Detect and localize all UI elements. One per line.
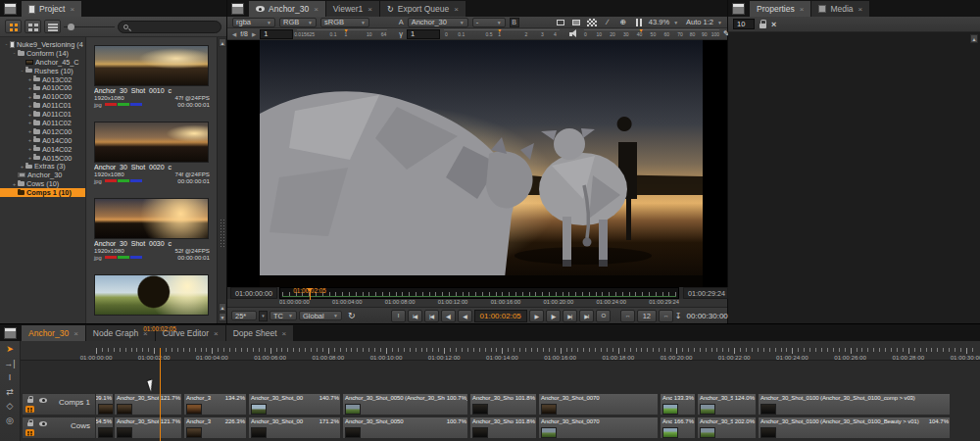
timeline-clip[interactable]: Anchor_30_Shot_00140.7% [248, 393, 341, 416]
tree-expander-icon[interactable]: - [11, 50, 18, 56]
tree-item-a011c01[interactable]: +A011C01 [0, 110, 85, 119]
close-tab-icon[interactable]: × [70, 5, 74, 14]
bin-scrollbar[interactable]: ▲ ▲ ▼ [217, 37, 226, 323]
track-header-cows[interactable]: Cows [22, 416, 96, 439]
tree-item-rushes-10[interactable]: -Rushes (10) [0, 67, 85, 75]
track-header-comps-1[interactable]: Comps 1 [22, 393, 96, 416]
gain-input[interactable]: 1 [260, 29, 293, 39]
razor-tool[interactable]: ◇ [7, 401, 14, 411]
close-tab-icon[interactable]: × [800, 5, 805, 14]
timeline-clip[interactable]: Anchor_166.7% [660, 416, 696, 439]
tree-item-extras-3[interactable]: +Extras (3) [0, 162, 85, 171]
search-input[interactable] [131, 23, 216, 31]
fstop-prev-button[interactable]: ◀ [232, 31, 236, 37]
bin-item[interactable]: Anchor_30_Shot_0030_c1920x108052f @24FPS… [94, 198, 210, 261]
close-tab-icon[interactable]: × [282, 329, 287, 338]
pause-button[interactable] [633, 18, 645, 27]
display-select[interactable]: RGB▼ [279, 18, 317, 27]
close-tab-icon[interactable]: × [454, 5, 459, 14]
clear-all-icon[interactable]: × [771, 20, 776, 29]
timeline-clip[interactable]: Anchor_133.3% [660, 393, 696, 416]
bin-item[interactable]: Anchor_30_Shot_0010_c1920x108047f @24FPS… [94, 45, 210, 108]
close-tab-icon[interactable]: × [368, 5, 372, 14]
gain-slider[interactable]: 0.0156250.111064▾ [297, 28, 387, 39]
tree-expander-icon[interactable]: + [26, 155, 33, 161]
input-a-select[interactable]: Anchor_30▼ [408, 18, 468, 27]
join-tool[interactable]: ◎ [6, 416, 14, 425]
scroll-up-icon[interactable]: ▲ [219, 38, 226, 47]
out-timecode[interactable]: 01:00:29:24 [683, 287, 728, 299]
tree-expander-icon[interactable]: - [19, 68, 25, 74]
tree-item-a010c00[interactable]: +A010C00 [0, 92, 85, 101]
track-lock-icon[interactable] [27, 422, 33, 426]
timeline-clip[interactable]: Anchor_30_Shot_0100 (Anchor_30_Shot_0100… [758, 416, 951, 439]
viewer-scrub-bar[interactable]: 01:00:02:05 [279, 287, 679, 299]
tab-export-queue[interactable]: ↻Export Queue× [380, 1, 466, 17]
export-flag-icon[interactable]: ↧ [675, 312, 682, 320]
timeline-clip[interactable]: Anchor_30_Sho124.0% [697, 393, 757, 416]
prev-edit-button[interactable]: |◀ [424, 310, 439, 322]
tree-item-anchor-45-c[interactable]: Anchor_45_C [0, 58, 85, 67]
panel-menu-icon[interactable] [732, 3, 745, 15]
mark-out-button[interactable]: O [596, 310, 611, 322]
next-edit-button[interactable]: ▶| [563, 310, 577, 322]
track-visibility-icon[interactable] [39, 421, 47, 426]
timeline-clip[interactable]: Anchor_30_Sho202.0% [697, 416, 757, 439]
tree-expander-icon[interactable]: + [26, 94, 33, 100]
scroll-down-icon[interactable]: ▼ [219, 313, 226, 321]
fps-select[interactable]: 25* [231, 311, 257, 320]
range-mode-select[interactable]: Global▼ [299, 311, 342, 320]
tree-item-nuke9-versioning-4[interactable]: -Nuke9_Versioning (4 [0, 40, 85, 49]
tree-item-a011c01[interactable]: +A011C01 [0, 101, 85, 110]
scroll-up-icon[interactable]: ▲ [219, 303, 226, 312]
tree-item-a014c00[interactable]: +A014C00 [0, 136, 85, 145]
panel-menu-icon[interactable] [231, 3, 244, 15]
tree-item-anchor-30[interactable]: Anchor_30 [0, 171, 85, 179]
tree-item-conform-14[interactable]: -Conform (14) [0, 49, 85, 58]
play-forward-button[interactable]: ▶ [529, 310, 544, 322]
tab-dope-sheet[interactable]: Dope Sheet× [226, 325, 294, 341]
tree-expander-icon[interactable]: + [26, 120, 33, 125]
timeline-clip[interactable]: Anchor_30_Shot_00171.2% [248, 416, 341, 439]
timeline-clip[interactable]: Anchor_30_Shot_00121.7% [114, 393, 182, 416]
timeline-clip[interactable]: Anchor_30_Shot_0101.8% [469, 416, 537, 439]
tc-mode-select[interactable]: TC▼ [270, 311, 297, 320]
timeline-playhead[interactable] [160, 348, 161, 441]
input-b-select[interactable]: -▼ [472, 18, 506, 27]
prev-clip-button[interactable]: I◀ [408, 310, 422, 322]
tab-viewer1[interactable]: Viewer1× [326, 1, 379, 17]
step-backward-button[interactable]: ↔ [620, 310, 635, 322]
slider-marker-icon[interactable]: ▾ [639, 26, 642, 33]
roi-icon[interactable]: ⊕ [617, 18, 629, 27]
multi-tool[interactable]: ➤ [6, 344, 14, 354]
thumbnail-size-slider[interactable] [64, 22, 115, 31]
timeline-clip[interactable]: Anchor_30_Shot_0050100.7% [342, 416, 468, 439]
step-forward-button[interactable]: |▶ [546, 310, 561, 322]
grid-view-button[interactable] [5, 20, 22, 33]
proxy-mode-select[interactable]: Auto 1:2 [686, 18, 713, 26]
timeline-clip[interactable]: An654.5% [95, 416, 114, 439]
search-box[interactable] [118, 21, 221, 33]
tree-expander-icon[interactable]: + [26, 137, 33, 143]
timeline-clip[interactable]: Anchor_30_Shot_00121.7% [114, 416, 182, 439]
next-clip-button[interactable]: ▶I [579, 310, 594, 322]
fps-chevron-icon[interactable]: ▼ [259, 311, 268, 321]
node-limit-input[interactable]: 10 [733, 19, 755, 29]
speaker-icon[interactable] [569, 29, 580, 38]
timeline-clip[interactable]: Anchor_30_Shot_0100 (Anchor_30_Shot_0100… [758, 393, 951, 416]
in-timecode[interactable]: 01:00:00:00 [230, 287, 277, 299]
tree-item-a010c00[interactable]: +A010C00 [0, 83, 85, 92]
slider-marker-icon[interactable]: ▾ [344, 26, 347, 33]
tree-item-a014c02[interactable]: +A014C02 [0, 145, 85, 154]
tree-expander-icon[interactable]: + [19, 164, 25, 170]
lut-select[interactable]: sRGB▼ [320, 18, 369, 27]
timeline-clip[interactable]: Anchor_30_Shot_0050 (Anchor_30_Shot_0050… [342, 393, 468, 416]
scroll-up-icon[interactable]: ▲ [970, 34, 978, 43]
tree-item-a013c02[interactable]: +A013C02 [0, 75, 85, 84]
tree-expander-icon[interactable]: + [26, 103, 33, 109]
tab-anchor-30[interactable]: Anchor_30× [249, 1, 325, 17]
tree-item-a011c02[interactable]: +A011C02 [0, 119, 85, 127]
zoom-level-select[interactable]: 43.9% [649, 18, 669, 26]
timeline-clip[interactable]: Ar209.1% [95, 393, 114, 416]
detail-view-button[interactable] [24, 20, 41, 33]
